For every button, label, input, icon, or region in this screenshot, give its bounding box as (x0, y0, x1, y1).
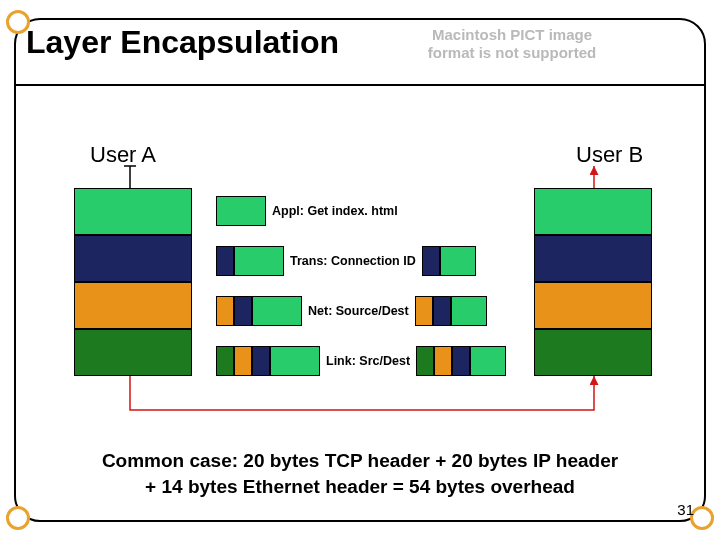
encap-row-application: Appl: Get index. html (216, 196, 528, 226)
seg-link-header (216, 346, 234, 376)
seg-net-header (415, 296, 433, 326)
seg-appl-payload (216, 196, 266, 226)
overhead-line-1: Common case: 20 bytes TCP header + 20 by… (102, 450, 618, 471)
stack-b-network (534, 282, 652, 329)
seg-net-header (434, 346, 452, 376)
encap-row-network: Net: Source/Dest (216, 296, 528, 326)
seg-appl-payload (270, 346, 320, 376)
stack-a-link (74, 329, 192, 376)
slide-title: Layer Encapsulation (26, 24, 339, 61)
seg-appl-payload (440, 246, 476, 276)
stack-user-b (534, 188, 652, 376)
seg-trans-header (252, 346, 270, 376)
seg-trans-header (216, 246, 234, 276)
encap-label-application: Appl: Get index. html (266, 204, 404, 218)
encap-label-network: Net: Source/Dest (302, 304, 415, 318)
encap-label-transport: Trans: Connection ID (284, 254, 422, 268)
overhead-line-2: + 14 bytes Ethernet header = 54 bytes ov… (145, 476, 575, 497)
seg-net-header (216, 296, 234, 326)
stack-a-application (74, 188, 192, 235)
frame-corner-accent (6, 506, 30, 530)
seg-trans-header (422, 246, 440, 276)
pict-unsupported-notice: Macintosh PICT image format is not suppo… (426, 26, 598, 62)
stack-a-transport (74, 235, 192, 282)
stack-a-network (74, 282, 192, 329)
seg-trans-header (452, 346, 470, 376)
user-b-label: User B (576, 142, 643, 168)
seg-appl-payload (451, 296, 487, 326)
user-a-label: User A (90, 142, 156, 168)
overhead-summary: Common case: 20 bytes TCP header + 20 by… (60, 448, 660, 499)
stack-b-application (534, 188, 652, 235)
seg-net-header (234, 346, 252, 376)
stack-b-link (534, 329, 652, 376)
encap-row-link: Link: Src/Dest (216, 346, 528, 376)
stack-user-a (74, 188, 192, 376)
seg-appl-payload (470, 346, 506, 376)
encap-label-link: Link: Src/Dest (320, 354, 416, 368)
stack-b-transport (534, 235, 652, 282)
seg-link-header (416, 346, 434, 376)
title-divider (16, 84, 704, 86)
seg-appl-payload (234, 246, 284, 276)
encap-row-transport: Trans: Connection ID (216, 246, 528, 276)
seg-appl-payload (252, 296, 302, 326)
seg-trans-header (433, 296, 451, 326)
page-number: 31 (677, 501, 694, 518)
seg-trans-header (234, 296, 252, 326)
